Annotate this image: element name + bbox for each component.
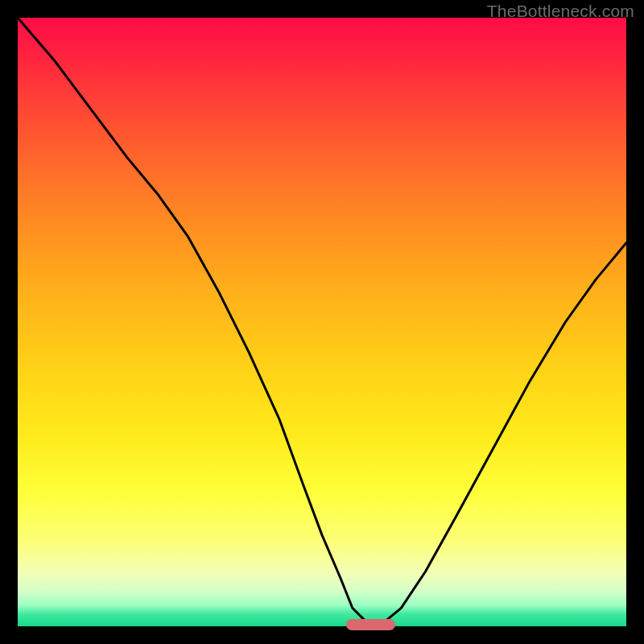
plot-area	[18, 18, 626, 626]
chart-frame: TheBottleneck.com	[0, 0, 644, 644]
bottleneck-curve	[18, 18, 626, 626]
optimal-range-marker	[346, 619, 394, 630]
